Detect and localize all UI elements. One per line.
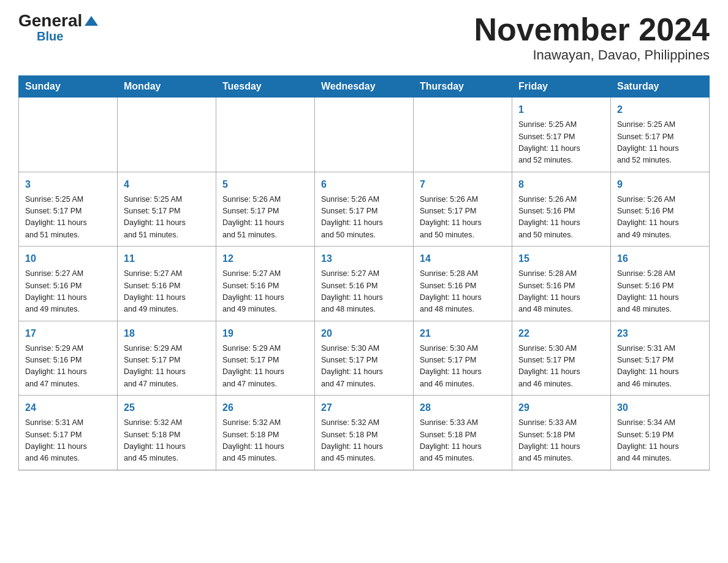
day-number: 26	[222, 400, 308, 415]
day-info: Sunrise: 5:32 AM Sunset: 5:18 PM Dayligh…	[222, 417, 308, 465]
calendar-cell: 19Sunrise: 5:29 AM Sunset: 5:17 PM Dayli…	[216, 321, 315, 396]
day-info: Sunrise: 5:28 AM Sunset: 5:16 PM Dayligh…	[420, 268, 506, 316]
calendar-week-row: 3Sunrise: 5:25 AM Sunset: 5:17 PM Daylig…	[19, 172, 710, 247]
day-number: 13	[321, 251, 407, 266]
day-info: Sunrise: 5:34 AM Sunset: 5:19 PM Dayligh…	[617, 417, 703, 465]
calendar-cell: 21Sunrise: 5:30 AM Sunset: 5:17 PM Dayli…	[414, 321, 512, 396]
calendar-cell: 26Sunrise: 5:32 AM Sunset: 5:18 PM Dayli…	[216, 396, 315, 470]
calendar-cell: 30Sunrise: 5:34 AM Sunset: 5:19 PM Dayli…	[611, 396, 710, 470]
calendar-cell: 7Sunrise: 5:26 AM Sunset: 5:17 PM Daylig…	[414, 172, 512, 247]
calendar-cell: 12Sunrise: 5:27 AM Sunset: 5:16 PM Dayli…	[216, 247, 315, 321]
day-info: Sunrise: 5:26 AM Sunset: 5:16 PM Dayligh…	[617, 194, 703, 242]
col-header-friday: Friday	[512, 76, 611, 98]
calendar-cell: 23Sunrise: 5:31 AM Sunset: 5:17 PM Dayli…	[611, 321, 710, 396]
calendar-cell	[315, 98, 414, 172]
day-number: 7	[420, 177, 506, 192]
day-number: 17	[25, 326, 111, 341]
day-info: Sunrise: 5:33 AM Sunset: 5:18 PM Dayligh…	[420, 417, 506, 465]
calendar-cell: 16Sunrise: 5:28 AM Sunset: 5:16 PM Dayli…	[611, 247, 710, 321]
calendar-week-row: 24Sunrise: 5:31 AM Sunset: 5:17 PM Dayli…	[19, 396, 710, 470]
page-header: General Blue November 2024 Inawayan, Dav…	[18, 12, 710, 63]
calendar-cell: 14Sunrise: 5:28 AM Sunset: 5:16 PM Dayli…	[414, 247, 512, 321]
page-title: November 2024	[474, 12, 710, 47]
day-info: Sunrise: 5:27 AM Sunset: 5:16 PM Dayligh…	[222, 268, 308, 316]
calendar-cell: 1Sunrise: 5:25 AM Sunset: 5:17 PM Daylig…	[512, 98, 611, 172]
day-number: 20	[321, 326, 407, 341]
calendar-header-row: SundayMondayTuesdayWednesdayThursdayFrid…	[19, 76, 710, 98]
col-header-thursday: Thursday	[414, 76, 512, 98]
col-header-saturday: Saturday	[611, 76, 710, 98]
day-info: Sunrise: 5:30 AM Sunset: 5:17 PM Dayligh…	[420, 343, 506, 391]
day-info: Sunrise: 5:29 AM Sunset: 5:17 PM Dayligh…	[124, 343, 210, 391]
calendar-cell: 17Sunrise: 5:29 AM Sunset: 5:16 PM Dayli…	[19, 321, 118, 396]
calendar-cell: 13Sunrise: 5:27 AM Sunset: 5:16 PM Dayli…	[315, 247, 414, 321]
day-info: Sunrise: 5:25 AM Sunset: 5:17 PM Dayligh…	[124, 194, 210, 242]
day-info: Sunrise: 5:32 AM Sunset: 5:18 PM Dayligh…	[124, 417, 210, 465]
calendar-cell: 24Sunrise: 5:31 AM Sunset: 5:17 PM Dayli…	[19, 396, 118, 470]
col-header-monday: Monday	[118, 76, 216, 98]
day-number: 14	[420, 251, 506, 266]
day-info: Sunrise: 5:25 AM Sunset: 5:17 PM Dayligh…	[25, 194, 111, 242]
day-info: Sunrise: 5:27 AM Sunset: 5:16 PM Dayligh…	[25, 268, 111, 316]
day-number: 9	[617, 177, 703, 192]
day-number: 2	[617, 102, 703, 117]
col-header-wednesday: Wednesday	[315, 76, 414, 98]
svg-marker-0	[85, 16, 98, 26]
day-info: Sunrise: 5:28 AM Sunset: 5:16 PM Dayligh…	[518, 268, 604, 316]
logo-general-text: General	[18, 12, 82, 29]
day-info: Sunrise: 5:29 AM Sunset: 5:17 PM Dayligh…	[222, 343, 308, 391]
calendar-cell	[19, 98, 118, 172]
day-number: 5	[222, 177, 308, 192]
day-number: 30	[617, 400, 703, 415]
calendar-cell: 25Sunrise: 5:32 AM Sunset: 5:18 PM Dayli…	[118, 396, 216, 470]
calendar-cell: 8Sunrise: 5:26 AM Sunset: 5:16 PM Daylig…	[512, 172, 611, 247]
calendar-cell: 15Sunrise: 5:28 AM Sunset: 5:16 PM Dayli…	[512, 247, 611, 321]
calendar-cell: 6Sunrise: 5:26 AM Sunset: 5:17 PM Daylig…	[315, 172, 414, 247]
calendar-cell	[118, 98, 216, 172]
logo-triangle-icon	[85, 15, 98, 27]
col-header-sunday: Sunday	[19, 76, 118, 98]
day-info: Sunrise: 5:27 AM Sunset: 5:16 PM Dayligh…	[321, 268, 407, 316]
day-info: Sunrise: 5:26 AM Sunset: 5:17 PM Dayligh…	[321, 194, 407, 242]
day-info: Sunrise: 5:27 AM Sunset: 5:16 PM Dayligh…	[124, 268, 210, 316]
day-info: Sunrise: 5:31 AM Sunset: 5:17 PM Dayligh…	[25, 417, 111, 465]
day-number: 16	[617, 251, 703, 266]
calendar-cell: 20Sunrise: 5:30 AM Sunset: 5:17 PM Dayli…	[315, 321, 414, 396]
logo-blue-text: Blue	[37, 29, 63, 44]
day-number: 27	[321, 400, 407, 415]
day-info: Sunrise: 5:25 AM Sunset: 5:17 PM Dayligh…	[518, 119, 604, 167]
day-info: Sunrise: 5:31 AM Sunset: 5:17 PM Dayligh…	[617, 343, 703, 391]
day-number: 6	[321, 177, 407, 192]
calendar-week-row: 10Sunrise: 5:27 AM Sunset: 5:16 PM Dayli…	[19, 247, 710, 321]
day-number: 18	[124, 326, 210, 341]
day-number: 8	[518, 177, 604, 192]
calendar-cell: 29Sunrise: 5:33 AM Sunset: 5:18 PM Dayli…	[512, 396, 611, 470]
day-info: Sunrise: 5:25 AM Sunset: 5:17 PM Dayligh…	[617, 119, 703, 167]
day-number: 29	[518, 400, 604, 415]
calendar-cell	[414, 98, 512, 172]
day-number: 25	[124, 400, 210, 415]
day-number: 28	[420, 400, 506, 415]
day-number: 11	[124, 251, 210, 266]
calendar-cell: 4Sunrise: 5:25 AM Sunset: 5:17 PM Daylig…	[118, 172, 216, 247]
day-number: 10	[25, 251, 111, 266]
day-number: 12	[222, 251, 308, 266]
col-header-tuesday: Tuesday	[216, 76, 315, 98]
day-number: 22	[518, 326, 604, 341]
calendar-week-row: 1Sunrise: 5:25 AM Sunset: 5:17 PM Daylig…	[19, 98, 710, 172]
page-subtitle: Inawayan, Davao, Philippines	[474, 47, 710, 63]
day-info: Sunrise: 5:30 AM Sunset: 5:17 PM Dayligh…	[518, 343, 604, 391]
day-info: Sunrise: 5:28 AM Sunset: 5:16 PM Dayligh…	[617, 268, 703, 316]
day-info: Sunrise: 5:33 AM Sunset: 5:18 PM Dayligh…	[518, 417, 604, 465]
day-info: Sunrise: 5:26 AM Sunset: 5:16 PM Dayligh…	[518, 194, 604, 242]
day-info: Sunrise: 5:30 AM Sunset: 5:17 PM Dayligh…	[321, 343, 407, 391]
day-number: 21	[420, 326, 506, 341]
calendar-cell	[216, 98, 315, 172]
calendar-cell: 10Sunrise: 5:27 AM Sunset: 5:16 PM Dayli…	[19, 247, 118, 321]
calendar-cell: 9Sunrise: 5:26 AM Sunset: 5:16 PM Daylig…	[611, 172, 710, 247]
calendar-table: SundayMondayTuesdayWednesdayThursdayFrid…	[18, 75, 710, 470]
calendar-cell: 18Sunrise: 5:29 AM Sunset: 5:17 PM Dayli…	[118, 321, 216, 396]
day-number: 19	[222, 326, 308, 341]
title-block: November 2024 Inawayan, Davao, Philippin…	[474, 12, 710, 63]
day-number: 24	[25, 400, 111, 415]
